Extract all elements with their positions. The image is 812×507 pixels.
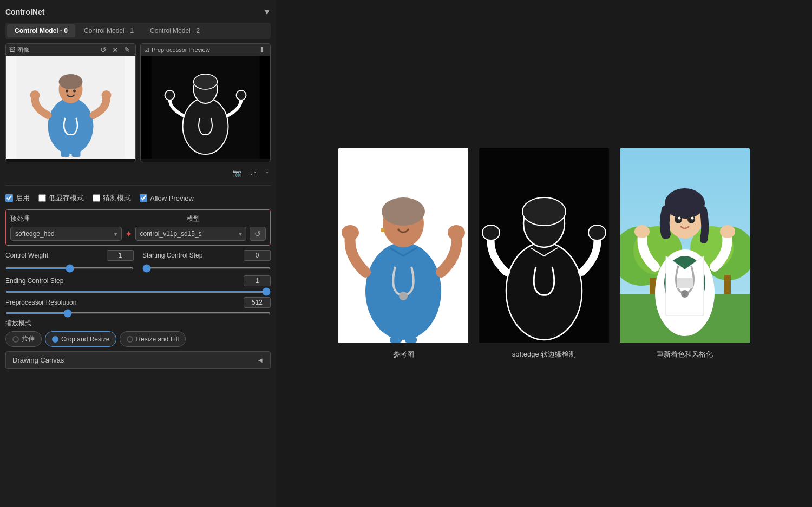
zoom-fill-label: Resize and Fill (136, 335, 179, 343)
drawing-canvas-label: Drawing Canvas (12, 356, 64, 364)
allow-preview-checkbox[interactable]: Allow Preview (140, 194, 194, 202)
control-weight-value: 1 (107, 250, 134, 261)
zoom-mode-buttons: 拉伸 Crop and Resize Resize and Fill (5, 331, 271, 347)
preprocessor-header: ☑ Preprocessor Preview ⬇ (141, 44, 270, 56)
right-panel: 参考图 (276, 0, 812, 507)
preprocessor-checkbox[interactable]: ☑ (144, 47, 149, 54)
svg-point-30 (522, 197, 566, 226)
zoom-crop-label: Crop and Resize (61, 335, 109, 343)
result-img-3 (620, 148, 750, 344)
svg-rect-6 (61, 150, 70, 157)
svg-point-1 (48, 98, 94, 154)
svg-point-23 (399, 292, 408, 300)
preprocessor-res-header: Preprocessor Resolution 512 (5, 297, 271, 308)
zoom-crop-radio (52, 336, 58, 343)
result-img-2 (479, 148, 609, 344)
close-image-btn[interactable]: ✕ (110, 45, 120, 54)
control-weight-label: Control Weight (5, 252, 70, 259)
enable-checkbox[interactable]: 启用 (5, 193, 30, 203)
two-col-sliders: Control Weight 1 Starting Control Step 0 (5, 250, 271, 271)
ending-step-slider[interactable] (5, 291, 271, 293)
low-mem-checkbox-input[interactable] (38, 194, 46, 202)
drawing-canvas[interactable]: Drawing Canvas ◄ (5, 351, 271, 369)
action-icons-row: 📷 ⇌ ↑ (5, 167, 271, 180)
result-item-2: softedge 软边缘检测 (479, 148, 609, 359)
tab-control-model-1[interactable]: Control Model - 1 (76, 24, 141, 37)
svg-point-13 (194, 74, 218, 89)
image-icon: 🖼 (9, 47, 15, 53)
star-icon: ✦ (125, 229, 132, 239)
preprocessor-select[interactable]: softedge_hed none canny depth (10, 227, 122, 241)
preprocessor-model-box: 预处理 模型 softedge_hed none canny depth ▼ ✦… (5, 209, 271, 246)
zoom-stretch-label: 拉伸 (22, 334, 35, 344)
low-mem-checkbox[interactable]: 低显存模式 (38, 193, 84, 203)
input-image-header: 🖼 图像 ↺ ✕ ✎ (6, 44, 135, 56)
ending-step-header: Ending Control Step 1 (5, 275, 271, 286)
panel-header: ControlNet ▼ (5, 5, 271, 18)
edit-image-btn[interactable]: ✎ (122, 45, 132, 54)
starting-step-value: 0 (244, 250, 271, 261)
starting-step-slider[interactable] (142, 267, 271, 269)
svg-point-51 (681, 290, 689, 298)
svg-point-15 (237, 90, 246, 100)
result-caption-2: softedge 软边缘检测 (512, 350, 577, 359)
starting-step-col: Starting Control Step 0 (142, 250, 271, 271)
preprocessor-preview-box: ☑ Preprocessor Preview ⬇ (140, 43, 271, 162)
camera-btn[interactable]: 📷 (231, 169, 243, 177)
preprocessor-res-slider[interactable] (5, 312, 271, 314)
zoom-crop-resize-btn[interactable]: Crop and Resize (45, 331, 116, 347)
model-select-wrapper: control_v11p_sd15_s control_v11p_sd15_ca… (135, 227, 247, 241)
download-preview-btn[interactable]: ⬇ (257, 45, 267, 54)
svg-point-18 (365, 242, 441, 340)
zoom-resize-fill-btn[interactable]: Resize and Fill (120, 331, 186, 347)
preprocessor-res-container: Preprocessor Resolution 512 (5, 297, 271, 314)
enable-label: 启用 (16, 193, 30, 203)
control-weight-col: Control Weight 1 (5, 250, 134, 271)
preprocessor-res-label: Preprocessor Resolution (5, 299, 76, 306)
svg-point-44 (665, 188, 705, 219)
model-label: 模型 (187, 214, 266, 223)
enable-checkbox-input[interactable] (5, 194, 13, 202)
tab-control-model-2[interactable]: Control Model - 2 (142, 24, 207, 37)
image-controls: ↺ ✕ ✎ (99, 45, 132, 54)
svg-point-11 (183, 98, 228, 154)
svg-point-45 (675, 215, 682, 223)
tab-control-model-0[interactable]: Control Model - 0 (7, 24, 75, 37)
upload-btn[interactable]: ↑ (264, 169, 271, 177)
checkbox-row: 启用 低显存模式 猜测模式 Allow Preview (5, 191, 271, 205)
svg-point-9 (73, 90, 76, 93)
svg-point-47 (678, 217, 681, 220)
guess-checkbox-input[interactable] (93, 194, 100, 202)
svg-point-8 (66, 90, 68, 93)
control-weight-slider[interactable] (5, 267, 134, 269)
starting-step-label: Starting Control Step (142, 252, 207, 259)
panel-title: ControlNet (5, 8, 44, 16)
zoom-mode-section: 缩放模式 拉伸 Crop and Resize Resize and Fill (5, 319, 271, 347)
image-label: 图像 (17, 46, 29, 54)
svg-rect-40 (724, 275, 731, 294)
result-img-1 (338, 148, 468, 344)
pm-labels: 预处理 模型 (10, 214, 266, 223)
model-refresh-btn[interactable]: ↺ (250, 227, 266, 241)
guess-checkbox[interactable]: 猜测模式 (93, 193, 131, 203)
svg-point-3 (59, 74, 83, 89)
drawing-canvas-arrow: ◄ (257, 356, 264, 364)
guess-label: 猜测模式 (103, 193, 131, 203)
result-item-1: 参考图 (338, 148, 468, 359)
svg-point-22 (448, 225, 465, 240)
result-caption-1: 参考图 (393, 350, 414, 359)
ending-step-label: Ending Control Step (5, 277, 70, 285)
svg-rect-25 (390, 337, 402, 343)
zoom-fill-radio (127, 336, 133, 343)
swap-btn[interactable]: ⇌ (248, 169, 258, 177)
model-select[interactable]: control_v11p_sd15_s control_v11p_sd15_ca… (135, 227, 247, 241)
zoom-mode-label: 缩放模式 (5, 319, 271, 328)
ending-step-value: 1 (244, 275, 271, 286)
zoom-stretch-btn[interactable]: 拉伸 (5, 331, 42, 347)
zoom-stretch-radio (12, 336, 19, 343)
allow-preview-checkbox-input[interactable] (140, 194, 147, 202)
refresh-image-btn[interactable]: ↺ (99, 45, 108, 54)
panel-collapse-icon[interactable]: ▼ (263, 8, 271, 16)
svg-point-32 (588, 225, 606, 240)
svg-rect-7 (72, 150, 81, 157)
